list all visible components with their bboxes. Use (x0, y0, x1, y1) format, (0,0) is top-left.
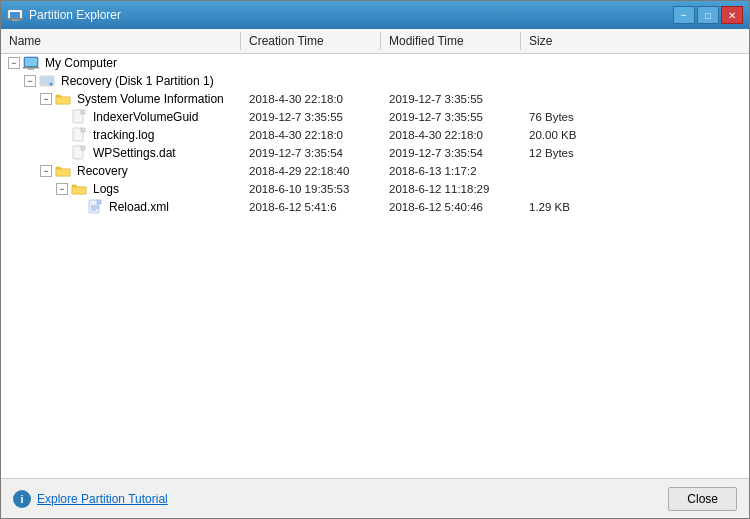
svg-rect-6 (23, 67, 39, 69)
modified-time (381, 80, 521, 82)
file-size: 76 Bytes (521, 110, 621, 124)
col-header-size: Size (521, 32, 621, 50)
tree-row[interactable]: − My Computer (1, 54, 749, 72)
file-size: 12 Bytes (521, 146, 621, 160)
creation-time: 2018-4-30 22:18:0 (241, 128, 381, 142)
file-size (521, 98, 621, 100)
modified-time: 2018-4-30 22:18:0 (381, 128, 521, 142)
svg-rect-3 (12, 20, 18, 21)
tree-row[interactable]: − Recovery2018-4-29 22:18:402018-6-13 1:… (1, 162, 749, 180)
content-area: Name Creation Time Modified Time Size − … (1, 29, 749, 478)
window-controls: − □ ✕ (673, 6, 743, 24)
creation-time: 2019-12-7 3:35:54 (241, 146, 381, 160)
svg-rect-2 (8, 18, 22, 20)
item-label: Logs (93, 182, 119, 196)
file-size (521, 80, 621, 82)
minimize-button[interactable]: − (673, 6, 695, 24)
modified-time: 2019-12-7 3:35:54 (381, 146, 521, 160)
collapse-icon[interactable]: − (24, 75, 36, 87)
svg-rect-7 (28, 69, 34, 71)
item-label: Reload.xml (109, 200, 169, 214)
tree-row[interactable]: WPSettings.dat2019-12-7 3:35:542019-12-7… (1, 144, 749, 162)
footer-left: i Explore Partition Tutorial (13, 490, 168, 508)
modified-time: 2018-6-12 5:40:46 (381, 200, 521, 214)
file-size: 20.00 KB (521, 128, 621, 142)
file-icon (71, 145, 87, 161)
title-bar: Partition Explorer − □ ✕ (1, 1, 749, 29)
svg-rect-21 (97, 200, 101, 204)
col-header-creation: Creation Time (241, 32, 381, 50)
file-size: 1.29 KB (521, 200, 621, 214)
collapse-icon[interactable]: − (40, 165, 52, 177)
tree-row[interactable]: tracking.log2018-4-30 22:18:02018-4-30 2… (1, 126, 749, 144)
info-icon: i (13, 490, 31, 508)
tree-row[interactable]: IndexerVolumeGuid2019-12-7 3:35:552019-1… (1, 108, 749, 126)
svg-rect-17 (81, 146, 85, 150)
svg-rect-18 (56, 169, 70, 176)
file-size (521, 170, 621, 172)
modified-time: 2018-6-12 11:18:29 (381, 182, 521, 196)
tree-row[interactable]: − System Volume Information2018-4-30 22:… (1, 90, 749, 108)
file-tree[interactable]: − My Computer− Recovery (Disk 1 Partitio… (1, 54, 749, 478)
file-size (521, 188, 621, 190)
creation-time: 2019-12-7 3:35:55 (241, 110, 381, 124)
footer: i Explore Partition Tutorial Close (1, 478, 749, 518)
col-header-name: Name (1, 32, 241, 50)
app-icon (7, 7, 23, 23)
creation-time (241, 80, 381, 82)
close-button[interactable]: Close (668, 487, 737, 511)
item-label: WPSettings.dat (93, 146, 176, 160)
item-label: IndexerVolumeGuid (93, 110, 198, 124)
svg-point-10 (50, 83, 53, 86)
maximize-button[interactable]: □ (697, 6, 719, 24)
computer-icon (23, 55, 39, 71)
partition-explorer-window: Partition Explorer − □ ✕ Name Creation T… (0, 0, 750, 519)
item-label: tracking.log (93, 128, 154, 142)
creation-time: 2018-6-10 19:35:53 (241, 182, 381, 196)
modified-time: 2019-12-7 3:35:55 (381, 92, 521, 106)
svg-rect-15 (81, 128, 85, 132)
table-header: Name Creation Time Modified Time Size (1, 29, 749, 54)
tree-row[interactable]: − Recovery (Disk 1 Partition 1) (1, 72, 749, 90)
file-size (521, 62, 621, 64)
creation-time: 2018-6-12 5:41:6 (241, 200, 381, 214)
modified-time (381, 62, 521, 64)
xml-file-icon (87, 199, 103, 215)
file-icon (71, 109, 87, 125)
modified-time: 2018-6-13 1:17:2 (381, 164, 521, 178)
svg-rect-11 (56, 97, 70, 104)
creation-time (241, 62, 381, 64)
file-icon (71, 127, 87, 143)
item-label: My Computer (45, 56, 117, 70)
svg-rect-19 (72, 187, 86, 194)
folder-icon (71, 181, 87, 197)
item-label: Recovery (77, 164, 128, 178)
svg-rect-5 (25, 58, 37, 66)
creation-time: 2018-4-29 22:18:40 (241, 164, 381, 178)
tree-row[interactable]: Reload.xml2018-6-12 5:41:62018-6-12 5:40… (1, 198, 749, 216)
window-title: Partition Explorer (29, 8, 667, 22)
tree-row[interactable]: − Logs2018-6-10 19:35:532018-6-12 11:18:… (1, 180, 749, 198)
collapse-icon[interactable]: − (8, 57, 20, 69)
svg-rect-1 (10, 12, 20, 18)
item-label: System Volume Information (77, 92, 224, 106)
col-header-modified: Modified Time (381, 32, 521, 50)
svg-rect-13 (81, 110, 85, 114)
folder-icon (55, 163, 71, 179)
folder-icon (55, 91, 71, 107)
drive-icon (39, 73, 55, 89)
collapse-icon[interactable]: − (56, 183, 68, 195)
collapse-icon[interactable]: − (40, 93, 52, 105)
window-close-button[interactable]: ✕ (721, 6, 743, 24)
explore-tutorial-link[interactable]: Explore Partition Tutorial (37, 492, 168, 506)
modified-time: 2019-12-7 3:35:55 (381, 110, 521, 124)
item-label: Recovery (Disk 1 Partition 1) (61, 74, 214, 88)
creation-time: 2018-4-30 22:18:0 (241, 92, 381, 106)
